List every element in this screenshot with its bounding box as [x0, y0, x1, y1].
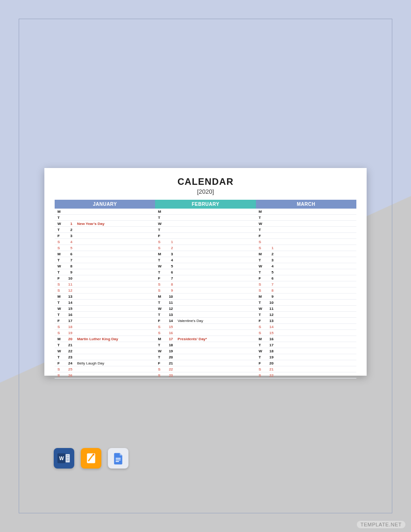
day-number [266, 215, 276, 220]
event-label [175, 233, 255, 238]
day-of-week: S [256, 372, 266, 378]
google-docs-icon[interactable] [108, 448, 128, 469]
event-label [276, 348, 356, 354]
day-number: 10 [65, 275, 74, 281]
day-number: 8 [165, 281, 175, 287]
calendar-row: S8 [256, 287, 356, 294]
calendar-row: F20 [256, 360, 356, 366]
day-of-week: T [256, 257, 266, 263]
day-number: 2 [165, 245, 175, 251]
calendar-row: S16 [155, 330, 255, 336]
event-label [276, 245, 356, 251]
day-of-week: S [55, 287, 65, 293]
svg-rect-9 [116, 458, 121, 459]
day-number: 1 [266, 245, 276, 251]
event-label [175, 287, 255, 293]
calendar-row: W11 [256, 306, 356, 312]
event-label [74, 239, 155, 245]
day-number [266, 221, 276, 226]
day-number: 16 [266, 336, 276, 342]
day-of-week: W [155, 348, 165, 354]
calendar-row: F14Valentine's Day [155, 318, 255, 324]
day-of-week: T [155, 257, 165, 263]
calendar-row: T10 [256, 300, 356, 306]
calendar-row: S12 [55, 287, 155, 294]
event-label [74, 306, 155, 311]
event-label [175, 306, 255, 311]
calendar-row: S25 [55, 366, 155, 372]
calendar-row: T19 [256, 354, 356, 360]
day-of-week: S [155, 281, 165, 287]
event-label [74, 318, 155, 323]
event-label [276, 294, 356, 299]
calendar-row: T [155, 227, 255, 233]
calendar-row: S8 [155, 281, 255, 287]
pages-icon[interactable] [81, 448, 101, 469]
day-number: 2 [65, 227, 74, 232]
months-container: JANUARYMTW1New Year's DayT2F3S4S5M6T7W8T… [55, 200, 356, 378]
day-of-week: T [55, 257, 65, 263]
day-number: 19 [65, 330, 74, 336]
calendar-row: T20 [155, 354, 255, 360]
calendar-row: T12 [256, 312, 356, 318]
event-label [175, 330, 255, 336]
day-number: 9 [266, 294, 276, 299]
calendar-row: M3 [155, 251, 255, 257]
day-of-week: F [155, 318, 165, 323]
day-number: 10 [165, 294, 175, 299]
day-of-week: M [155, 251, 165, 257]
calendar-row: W22 [55, 348, 155, 354]
day-of-week: S [55, 372, 65, 378]
calendar-row: S [256, 239, 356, 245]
day-of-week: T [155, 300, 165, 305]
calendar-row: W12 [155, 306, 255, 312]
day-number: 22 [266, 372, 276, 378]
day-number: 22 [65, 348, 74, 354]
day-number: 2 [266, 251, 276, 257]
day-number: 6 [165, 269, 175, 275]
calendar-row: W15 [55, 306, 155, 312]
event-label [74, 233, 155, 238]
calendar-row: M [155, 209, 255, 215]
day-of-week: T [256, 300, 266, 305]
calendar-row: F [256, 233, 356, 239]
day-of-week: S [256, 366, 266, 372]
calendar-row: T11 [155, 300, 255, 306]
day-number: 21 [65, 342, 74, 348]
day-number: 6 [65, 251, 74, 257]
calendar-row: T14 [55, 300, 155, 306]
day-of-week: W [55, 348, 65, 354]
calendar-row: S5 [55, 245, 155, 251]
day-of-week: T [256, 227, 266, 232]
word-icon[interactable]: W [54, 448, 74, 469]
calendar-row: T [155, 215, 255, 221]
calendar-row: S2 [155, 245, 255, 251]
svg-text:W: W [59, 455, 64, 461]
day-of-week: M [256, 251, 266, 257]
event-label [175, 324, 255, 329]
day-number: 13 [266, 318, 276, 323]
calendar-row: S14 [256, 324, 356, 330]
event-label [276, 269, 356, 275]
calendar-row: W8 [55, 263, 155, 269]
day-of-week: M [256, 209, 266, 214]
event-label [276, 300, 356, 305]
day-of-week: S [256, 239, 266, 245]
calendar-row: F17 [55, 318, 155, 324]
event-label: Presidents' Day* [175, 336, 255, 342]
day-number: 26 [65, 372, 74, 378]
event-label [175, 269, 255, 275]
day-of-week: W [55, 221, 65, 226]
event-label [74, 354, 155, 360]
day-number: 16 [165, 330, 175, 336]
event-label [74, 294, 155, 299]
event-label [175, 215, 255, 220]
day-number: 18 [165, 342, 175, 348]
day-of-week: M [55, 336, 65, 342]
event-label [74, 348, 155, 354]
calendar-row: M20Martin Luther King Day [55, 336, 155, 342]
event-label [74, 263, 155, 269]
day-number: 1 [65, 221, 74, 226]
calendar-row: W [256, 221, 356, 227]
day-of-week: S [55, 330, 65, 336]
